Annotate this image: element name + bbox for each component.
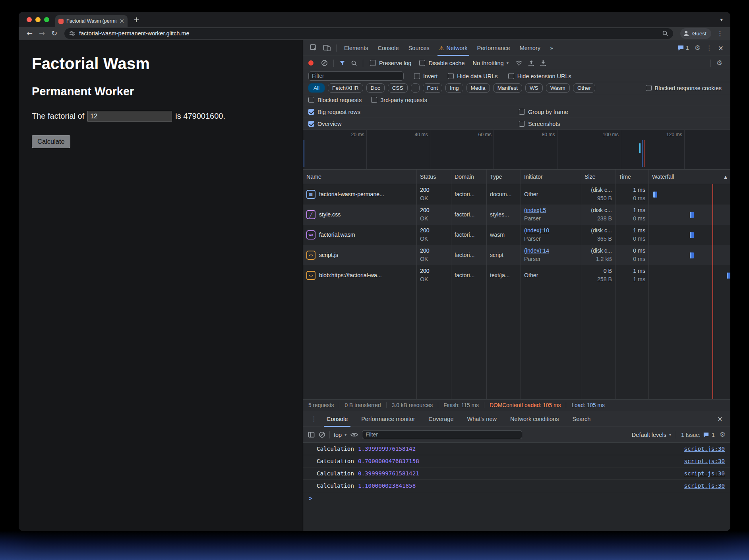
column-header-time[interactable]: Time xyxy=(615,170,649,184)
console-input[interactable]: > xyxy=(303,492,730,505)
inspect-element-icon[interactable] xyxy=(310,44,317,52)
record-network-log-button[interactable] xyxy=(308,60,314,66)
more-tabs-button[interactable]: » xyxy=(545,40,558,56)
console-filter-input[interactable] xyxy=(362,430,522,439)
blocked-response-cookies-checkbox[interactable] xyxy=(646,85,652,91)
devtools-close-icon[interactable]: × xyxy=(718,44,724,52)
drawer-tab-console[interactable]: Console xyxy=(320,411,354,427)
column-header-size[interactable]: Size xyxy=(581,170,615,184)
filter-chip-img[interactable]: Img xyxy=(445,83,463,93)
tab-sources[interactable]: Sources xyxy=(404,40,434,56)
filter-chip-ws[interactable]: WS xyxy=(525,83,543,93)
clear-console-icon[interactable] xyxy=(319,431,325,438)
initiator-link[interactable]: (index):10 xyxy=(524,226,578,235)
new-tab-button[interactable]: + xyxy=(133,15,140,23)
source-link[interactable]: script.js:30 xyxy=(684,470,725,477)
drawer-tab-network-conditions[interactable]: Network conditions xyxy=(503,411,566,427)
hide-extension-urls-checkbox[interactable] xyxy=(508,73,514,79)
tab-performance[interactable]: Performance xyxy=(472,40,515,56)
filter-chip-all[interactable]: All xyxy=(308,83,325,93)
zoom-magnifier-icon[interactable] xyxy=(662,30,668,37)
import-har-icon[interactable] xyxy=(540,60,546,66)
tab-console[interactable]: Console xyxy=(373,40,403,56)
drawer-tab-whats-new[interactable]: What's new xyxy=(460,411,503,427)
invert-checkbox[interactable] xyxy=(414,73,420,79)
table-row[interactable]: ≡factorial-wasm-permane... 200OK factori… xyxy=(303,184,730,205)
browser-menu-icon[interactable]: ⋮ xyxy=(717,30,723,37)
preserve-log-checkbox[interactable] xyxy=(370,60,376,66)
column-header-type[interactable]: Type xyxy=(487,170,521,184)
live-expression-eye-icon[interactable] xyxy=(350,432,358,437)
profile-button[interactable]: Guest xyxy=(680,28,711,39)
drawer-menu-icon[interactable]: ⋮ xyxy=(311,415,317,423)
drawer-tab-coverage[interactable]: Coverage xyxy=(422,411,461,427)
forward-button[interactable]: → xyxy=(39,30,45,37)
filter-chip-font[interactable]: Font xyxy=(423,83,442,93)
drawer-tab-performance-monitor[interactable]: Performance monitor xyxy=(354,411,422,427)
tab-memory[interactable]: Memory xyxy=(515,40,545,56)
log-levels-dropdown[interactable]: Default levels ▾ xyxy=(632,432,671,438)
filter-funnel-icon[interactable] xyxy=(339,60,345,66)
site-settings-icon[interactable] xyxy=(69,30,75,37)
tab-network[interactable]: ⚠ Network xyxy=(434,40,472,56)
drawer-close-icon[interactable]: × xyxy=(717,415,723,423)
table-row[interactable]: <>blob:https://factorial-wa... 200OK fac… xyxy=(303,265,730,286)
column-header-initiator[interactable]: Initiator xyxy=(521,170,581,184)
filter-chip-doc[interactable]: Doc xyxy=(366,83,385,93)
back-button[interactable]: ← xyxy=(27,30,33,37)
filter-chip-js[interactable] xyxy=(411,83,420,93)
browser-tab[interactable]: Factorial Wasm (permanent W × xyxy=(55,15,128,27)
filter-chip-css[interactable]: CSS xyxy=(388,83,408,93)
calculate-button[interactable]: Calculate xyxy=(32,135,70,148)
initiator-link[interactable]: (index):5 xyxy=(524,206,578,214)
network-settings-gear-icon[interactable]: ⚙ xyxy=(716,60,722,66)
close-window-button[interactable] xyxy=(27,17,32,22)
group-by-frame-checkbox[interactable] xyxy=(519,109,525,115)
tab-close-icon[interactable]: × xyxy=(119,17,124,25)
filter-chip-other[interactable]: Other xyxy=(573,83,595,93)
filter-chip-wasm[interactable]: Wasm xyxy=(546,83,570,93)
table-row[interactable]: <>script.js 200OK factori... script (ind… xyxy=(303,245,730,265)
source-link[interactable]: script.js:30 xyxy=(684,483,725,489)
blocked-requests-checkbox[interactable] xyxy=(308,97,314,103)
device-toolbar-icon[interactable] xyxy=(323,44,331,51)
throttling-dropdown[interactable]: No throttling ▾ xyxy=(472,60,508,66)
context-selector[interactable]: top ▾ xyxy=(334,432,346,438)
minimize-window-button[interactable] xyxy=(35,17,41,22)
console-settings-gear-icon[interactable]: ⚙ xyxy=(720,431,726,438)
devtools-menu-icon[interactable]: ⋮ xyxy=(706,44,712,52)
source-link[interactable]: script.js:30 xyxy=(684,446,725,452)
filter-chip-media[interactable]: Media xyxy=(466,83,490,93)
export-har-icon[interactable] xyxy=(528,60,534,66)
factorial-input[interactable] xyxy=(87,111,172,122)
third-party-requests-checkbox[interactable] xyxy=(371,97,377,103)
hide-data-urls-checkbox[interactable] xyxy=(448,73,454,79)
column-header-name[interactable]: Name xyxy=(303,170,417,184)
issues-button[interactable]: 1 xyxy=(677,45,689,51)
network-filter-input[interactable] xyxy=(308,71,404,81)
console-sidebar-icon[interactable] xyxy=(308,432,315,438)
table-row[interactable]: WAfactorial.wasm 200OK factori... wasm (… xyxy=(303,225,730,245)
reload-button[interactable]: ↻ xyxy=(51,30,57,37)
initiator-link[interactable]: (index):14 xyxy=(524,247,578,255)
filter-chip-manifest[interactable]: Manifest xyxy=(493,83,522,93)
big-request-rows-checkbox[interactable] xyxy=(308,109,314,115)
table-row[interactable]: ╱style.css 200OK factori... styles... (i… xyxy=(303,205,730,225)
disable-cache-checkbox[interactable] xyxy=(419,60,425,66)
column-header-status[interactable]: Status xyxy=(417,170,451,184)
column-header-waterfall[interactable]: Waterfall ▲ xyxy=(649,170,730,184)
clear-network-log-icon[interactable] xyxy=(321,60,328,66)
column-header-domain[interactable]: Domain xyxy=(451,170,487,184)
drawer-tab-search[interactable]: Search xyxy=(565,411,597,427)
zoom-window-button[interactable] xyxy=(44,17,49,22)
issues-counter[interactable]: 1 Issue: 1 xyxy=(681,432,715,438)
devtools-settings-gear-icon[interactable]: ⚙ xyxy=(695,44,701,51)
overview-checkbox[interactable] xyxy=(308,121,314,127)
filter-chip-fetch-xhr[interactable]: Fetch/XHR xyxy=(328,83,363,93)
screenshots-checkbox[interactable] xyxy=(519,121,525,127)
source-link[interactable]: script.js:30 xyxy=(684,458,725,464)
network-conditions-icon[interactable] xyxy=(515,60,523,66)
network-overview-timeline[interactable]: 20 ms 40 ms 60 ms 80 ms 100 ms 120 ms 14… xyxy=(303,130,730,170)
url-bar[interactable]: factorial-wasm-permanent-worker.glitch.m… xyxy=(64,28,673,39)
tab-elements[interactable]: Elements xyxy=(339,40,373,56)
